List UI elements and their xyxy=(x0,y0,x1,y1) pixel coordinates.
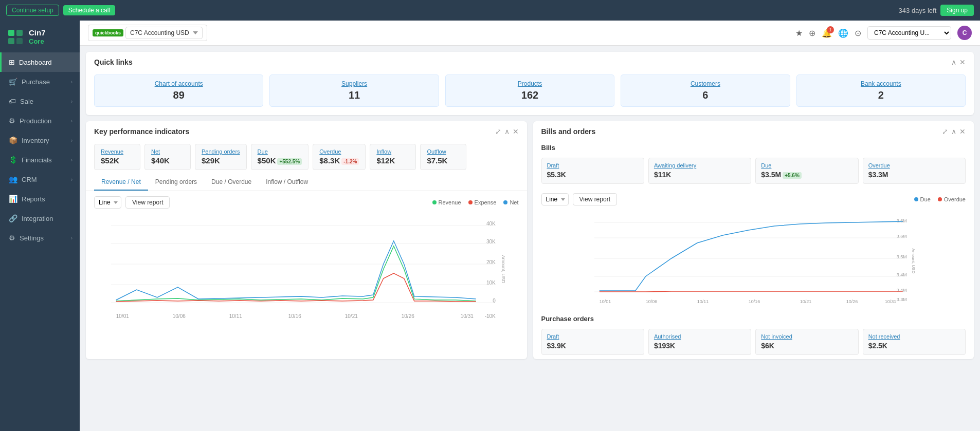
sidebar-item-inventory[interactable]: 📦 Inventory › xyxy=(0,130,80,150)
svg-text:10/06: 10/06 xyxy=(173,313,186,319)
bill-label[interactable]: Overdue xyxy=(868,162,960,168)
bills-expand-button[interactable]: ⤢ xyxy=(942,127,948,136)
kpi-chart-type-select[interactable]: Line xyxy=(94,196,121,209)
quick-link-label[interactable]: Customers xyxy=(628,80,782,87)
po-label[interactable]: Draft xyxy=(547,333,639,340)
quick-link-label[interactable]: Bank accounts xyxy=(804,80,958,87)
kpi-card-label[interactable]: Inflow xyxy=(376,148,409,155)
legend-label: Net xyxy=(510,199,518,205)
nav-item-inner-reports: 📊 Reports xyxy=(9,195,45,203)
continue-setup-button[interactable]: Continue setup xyxy=(6,5,59,16)
kpi-card-label[interactable]: Pending orders xyxy=(202,148,240,155)
kpi-close-button[interactable]: ✕ xyxy=(513,127,519,136)
quick-link-card: Customers 6 xyxy=(621,74,790,107)
purchase-order-card: Authorised $193K xyxy=(648,329,751,355)
nav-list: ⊞ Dashboard 🛒 Purchase › 🏷 Sale › ⚙ Prod… xyxy=(0,52,80,248)
kpi-card-label[interactable]: Overdue xyxy=(319,148,359,155)
nav-item-inner-financials: 💲 Financials xyxy=(9,156,52,164)
bill-card: Overdue $3.3M xyxy=(863,158,966,184)
svg-rect-4 xyxy=(16,38,23,44)
kpi-card-value: $7.5K xyxy=(427,156,447,165)
legend-label: Expense xyxy=(475,199,497,205)
globe-button[interactable]: 🌐 xyxy=(838,28,848,38)
svg-text:Amount, USD: Amount, USD xyxy=(911,249,915,274)
quick-link-label[interactable]: Chart of accounts xyxy=(102,80,256,87)
kpi-expand-button[interactable]: ⤢ xyxy=(495,127,501,136)
quick-link-label[interactable]: Suppliers xyxy=(277,80,431,87)
kpi-view-report-button[interactable]: View report xyxy=(125,196,170,209)
kpi-card-value: $50K+552.5% xyxy=(258,156,302,165)
bill-label[interactable]: Draft xyxy=(547,162,639,168)
legend-dot xyxy=(468,200,473,204)
svg-text:10/31: 10/31 xyxy=(461,313,474,319)
account-dropdown[interactable]: C7C Accounting U... xyxy=(867,26,951,40)
dollar-icon: 💲 xyxy=(9,156,17,164)
sidebar-item-integration[interactable]: 🔗 Integration xyxy=(0,209,80,228)
bills-legend: DueOverdue xyxy=(914,196,966,202)
notification-button[interactable]: 🔔 1 xyxy=(822,28,832,38)
purchase-order-card: Not invoiced $6K xyxy=(755,329,858,355)
kpi-card-label[interactable]: Revenue xyxy=(101,148,134,155)
kpi-panel: Key performance indicators ⤢ ∧ ✕ Revenue… xyxy=(86,121,527,359)
help-button[interactable]: ⊙ xyxy=(855,28,861,38)
purchase-order-card: Draft $3.9K xyxy=(541,329,644,355)
nav-chevron-financials: › xyxy=(71,157,72,163)
quick-links-title: Quick links xyxy=(94,58,133,66)
sidebar-item-financials[interactable]: 💲 Financials › xyxy=(0,150,80,170)
nav-chevron-sale: › xyxy=(71,99,72,104)
kpi-header: Key performance indicators ⤢ ∧ ✕ xyxy=(86,121,527,140)
kpi-tabs: Revenue / NetPending ordersDue / Overdue… xyxy=(86,174,527,191)
nav-item-inner-settings: ⚙ Settings xyxy=(9,234,44,242)
legend-item: Net xyxy=(503,199,518,205)
kpi-card-label[interactable]: Outflow xyxy=(427,148,460,155)
add-button[interactable]: ⊕ xyxy=(809,28,815,38)
bills-view-report-button[interactable]: View report xyxy=(573,193,617,205)
kpi-card: Net $40K xyxy=(144,144,191,170)
shopping-cart-icon: 🛒 xyxy=(9,78,17,86)
bills-collapse-button[interactable]: ∧ xyxy=(951,127,956,136)
bill-badge: +5.6% xyxy=(783,172,802,179)
sign-up-button[interactable]: Sign up xyxy=(940,5,974,16)
kpi-card-label[interactable]: Due xyxy=(258,148,302,155)
quickbooks-logo: quickbooks xyxy=(93,29,123,36)
user-avatar[interactable]: C xyxy=(957,26,972,40)
bill-card: Due $3.5M+5.6% xyxy=(755,158,858,184)
sidebar-item-purchase[interactable]: 🛒 Purchase › xyxy=(0,72,80,91)
dashboard: Quick links ∧ ✕ Chart of accounts 89 Sup… xyxy=(80,46,980,365)
bills-close-button[interactable]: ✕ xyxy=(959,127,966,136)
po-label[interactable]: Not invoiced xyxy=(761,333,852,340)
account-select[interactable]: C7C Accounting USD xyxy=(125,27,203,39)
sidebar-item-settings[interactable]: ⚙ Settings › xyxy=(0,228,80,248)
quick-link-label[interactable]: Products xyxy=(453,80,607,87)
cin7-logo-icon xyxy=(6,28,25,46)
sidebar-item-crm[interactable]: 👥 CRM › xyxy=(0,170,80,189)
sidebar-item-sale[interactable]: 🏷 Sale › xyxy=(0,91,80,111)
bill-label[interactable]: Awaiting delivery xyxy=(654,162,746,168)
nav-item-inner-sale: 🏷 Sale xyxy=(9,97,33,105)
sidebar-item-dashboard[interactable]: ⊞ Dashboard xyxy=(0,52,80,72)
sidebar-item-reports[interactable]: 📊 Reports xyxy=(0,189,80,209)
topbar: Continue setup Schedule a call 343 days … xyxy=(0,0,980,21)
tab-pending-orders[interactable]: Pending orders xyxy=(148,174,204,191)
tab-revenue-/-net[interactable]: Revenue / Net xyxy=(94,174,148,191)
quick-link-card: Products 162 xyxy=(445,74,614,107)
purchase-orders-section-label: Purchase orders xyxy=(533,311,974,325)
quick-links-collapse-button[interactable]: ∧ xyxy=(951,58,956,66)
sidebar-item-production[interactable]: ⚙ Production › xyxy=(0,111,80,130)
po-value: $193K xyxy=(654,342,675,350)
kpi-card-label[interactable]: Net xyxy=(151,148,184,155)
svg-text:3.3M: 3.3M xyxy=(896,297,906,302)
bill-label[interactable]: Due xyxy=(761,162,852,168)
topbar-right: 343 days left Sign up xyxy=(899,5,974,16)
quick-links-close-button[interactable]: ✕ xyxy=(959,58,966,66)
kpi-card: Overdue $8.3K-1.2% xyxy=(313,144,366,170)
star-button[interactable]: ★ xyxy=(795,28,803,38)
account-bar-right: ★ ⊕ 🔔 1 🌐 ⊙ C7C Accounting U... C xyxy=(795,26,972,40)
tab-due-/-overdue[interactable]: Due / Overdue xyxy=(204,174,259,191)
po-label[interactable]: Authorised xyxy=(654,333,746,340)
po-label[interactable]: Not received xyxy=(868,333,960,340)
bills-chart-type-select[interactable]: Line xyxy=(541,193,569,205)
tab-inflow-/-outflow[interactable]: Inflow / Outflow xyxy=(259,174,315,191)
kpi-collapse-button[interactable]: ∧ xyxy=(504,127,510,136)
schedule-call-button[interactable]: Schedule a call xyxy=(63,5,115,15)
